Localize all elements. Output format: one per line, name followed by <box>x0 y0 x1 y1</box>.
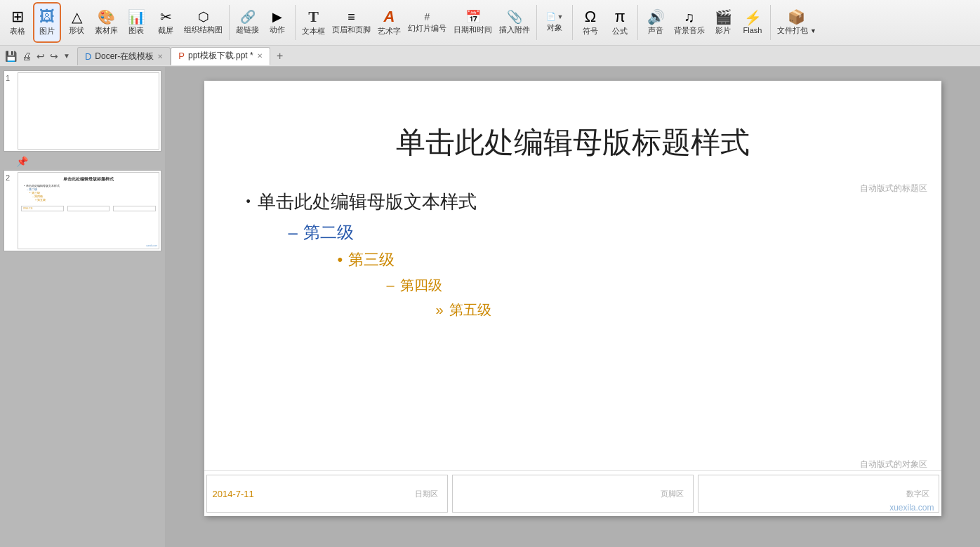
datetime-icon: 📅 <box>465 11 481 23</box>
tab-ppt-label: ppt模板下载.ppt * <box>188 50 253 62</box>
tab-bar: 💾 🖨 ↩ ↪ ▼ D Docer-在线模板 ✕ P ppt模板下载.ppt *… <box>0 46 980 67</box>
chart-icon: 📊 <box>128 10 145 24</box>
docer-tab-icon: D <box>85 51 91 62</box>
toolbar-charuofu-label: 插入附件 <box>499 25 530 35</box>
bullet1-dot: • <box>246 195 251 209</box>
toolbar-wenjian[interactable]: 📦 文件打包 ▼ <box>774 2 819 43</box>
toolbar-biaoge[interactable]: ⊞ 表格 <box>4 2 32 43</box>
slide-bullet-level1[interactable]: • 单击此处编辑母版文本样式 <box>246 190 899 214</box>
slide-bullet-level4[interactable]: – 第四级 <box>387 276 899 295</box>
object-icon: 📄 ▼ <box>546 12 564 21</box>
toolbar-xingzhuang-label: 形状 <box>69 25 84 36</box>
thumb2-watermark: xuexila.com <box>146 244 157 247</box>
toolbar-shengyin-label: 声音 <box>648 25 663 36</box>
footer-date-label: 日期区 <box>415 489 438 499</box>
toolbar-duixiang-label: 对象 <box>547 22 562 33</box>
movie-icon: 🎬 <box>715 10 732 24</box>
toolbar-wenbenkuang-label: 文本框 <box>302 26 325 37</box>
bullet1-text: 单击此处编辑母版文本样式 <box>258 190 477 214</box>
toolbar-yishuzi[interactable]: A 艺术字 <box>375 2 404 43</box>
tab-ppt-close[interactable]: ✕ <box>257 52 263 60</box>
slide-content-area: 单击此处编辑母版标题样式 自动版式的标题区 • 单击此处编辑母版文本样式 – 第… <box>165 67 980 547</box>
slide-bullet-level2[interactable]: – 第二级 <box>289 221 899 244</box>
toolbar-donghua[interactable]: ▶ 动作 <box>263 2 291 43</box>
slide-canvas[interactable]: 单击此处编辑母版标题样式 自动版式的标题区 • 单击此处编辑母版文本样式 – 第… <box>204 81 941 516</box>
toolbar-riqishijian[interactable]: 📅 日期和时间 <box>451 2 495 43</box>
toolbar-fuhao-label: 符号 <box>583 26 598 37</box>
slide-bullet-level5[interactable]: » 第五级 <box>436 301 899 319</box>
toolbar-yingpian[interactable]: 🎬 影片 <box>709 2 737 43</box>
slide-number-1: 1 <box>6 72 15 82</box>
sound-icon: 🔊 <box>647 10 665 24</box>
toolbar-tupian[interactable]: 🖼 图片 <box>33 2 61 43</box>
slide-thumb-1[interactable]: 1 <box>4 70 161 152</box>
slide-preview-1[interactable] <box>18 72 159 150</box>
header-icon: ≡ <box>347 11 355 23</box>
pin-area: 📌 <box>4 155 161 166</box>
arttext-icon: A <box>384 9 395 25</box>
dropdown-icon[interactable]: ▼ <box>62 51 72 61</box>
main-area: 1 📌 2 单击此处编辑母版标题样式 • 单击此处编辑母版文本样式 – 第二级 … <box>0 67 980 547</box>
toolbar-biaoge-label: 表格 <box>10 26 25 37</box>
add-tab-button[interactable]: + <box>272 48 288 64</box>
quick-access-bar: 💾 🖨 ↩ ↪ ▼ <box>4 49 72 63</box>
slide-number-2: 2 <box>6 172 15 182</box>
toolbar-yejian-label: 页眉和页脚 <box>332 25 371 35</box>
slide-title[interactable]: 单击此处编辑母版标题样式 <box>239 123 906 162</box>
toolbar-chaolianjie[interactable]: 🔗 超链接 <box>233 2 262 43</box>
toolbar-sucaiku[interactable]: 🎨 素材库 <box>92 2 121 43</box>
toolbar-donghua-label: 动作 <box>270 25 285 35</box>
annotation-object-area: 自动版式的对象区 <box>860 459 927 470</box>
screenshot-icon: ✂ <box>160 10 172 24</box>
tab-ppt[interactable]: P ppt模板下载.ppt * ✕ <box>171 47 270 65</box>
slide-thumb-2[interactable]: 2 单击此处编辑母版标题样式 • 单击此处编辑母版文本样式 – 第二级 • 第三… <box>4 170 161 251</box>
toolbar-tubiao[interactable]: 📊 图表 <box>122 2 150 43</box>
toolbar-flash[interactable]: ⚡ Flash <box>739 2 767 43</box>
attachment-icon: 📎 <box>507 11 522 23</box>
toolbar-charuofu[interactable]: 📎 插入附件 <box>496 2 533 43</box>
toolbar-riqishijian-label: 日期和时间 <box>453 25 492 35</box>
bullet2-prefix: – <box>289 223 298 242</box>
toolbar-yejian[interactable]: ≡ 页眉和页脚 <box>329 2 373 43</box>
tab-docer[interactable]: D Docer-在线模板 ✕ <box>77 47 171 65</box>
undo-icon[interactable]: ↩ <box>35 49 46 63</box>
divider-6 <box>770 5 771 40</box>
toolbar-beijing[interactable]: ♫ 背景音乐 <box>671 2 708 43</box>
print-icon[interactable]: 🖨 <box>20 49 33 63</box>
bullet3-prefix: • <box>338 251 343 269</box>
tab-docer-close[interactable]: ✕ <box>157 53 163 60</box>
toolbar-zuzhijiegou-label: 组织结构图 <box>184 25 223 35</box>
redo-icon[interactable]: ↪ <box>48 49 60 63</box>
ppt-tab-icon: P <box>178 51 185 61</box>
toolbar-huandengpian[interactable]: # 幻灯片编号 <box>405 2 449 43</box>
shape-icon: △ <box>72 10 82 24</box>
slide-footer: 2014-7-11 日期区 页脚区 数字区 <box>204 470 941 516</box>
toolbar-flash-label: Flash <box>743 26 762 34</box>
toolbar-xingzhuang[interactable]: △ 形状 <box>62 2 91 43</box>
thumb1-content <box>18 73 159 149</box>
save-icon[interactable]: 💾 <box>4 49 18 63</box>
toolbar-huandengpian-label: 幻灯片编号 <box>408 23 446 34</box>
toolbar-fuhao[interactable]: Ω 符号 <box>576 2 604 43</box>
toolbar-wenbenkuang[interactable]: T 文本框 <box>299 2 328 43</box>
toolbar-tubiao-label: 图表 <box>128 25 144 36</box>
footer-right-label: 数字区 <box>906 489 929 499</box>
toolbar-shengyin[interactable]: 🔊 声音 <box>642 2 670 43</box>
slide-panel: 1 📌 2 单击此处编辑母版标题样式 • 单击此处编辑母版文本样式 – 第二级 … <box>0 67 165 547</box>
tab-docer-label: Docer-在线模板 <box>95 51 154 62</box>
bullet5-prefix: » <box>436 302 444 318</box>
divider-1 <box>229 5 230 40</box>
orgchart-icon: ⬡ <box>198 11 209 23</box>
bullet4-text: 第四级 <box>400 276 442 295</box>
bullet5-text: 第五级 <box>449 301 491 319</box>
textbox-icon: T <box>308 9 319 25</box>
slide-preview-2[interactable]: 单击此处编辑母版标题样式 • 单击此处编辑母版文本样式 – 第二级 • 第三级 … <box>18 172 159 249</box>
thumb2-num <box>113 206 156 211</box>
toolbar-jiepin[interactable]: ✂ 截屏 <box>152 2 180 43</box>
toolbar-gongshi[interactable]: π 公式 <box>606 2 634 43</box>
toolbar-duixiang[interactable]: 📄 ▼ 对象 <box>541 2 569 43</box>
slide-bullet-level3[interactable]: • 第三级 <box>338 249 899 270</box>
toolbar-zuzhijiegou[interactable]: ⬡ 组织结构图 <box>181 2 225 43</box>
bgmusic-icon: ♫ <box>684 10 695 24</box>
toolbar-yishuzi-label: 艺术字 <box>378 26 401 37</box>
